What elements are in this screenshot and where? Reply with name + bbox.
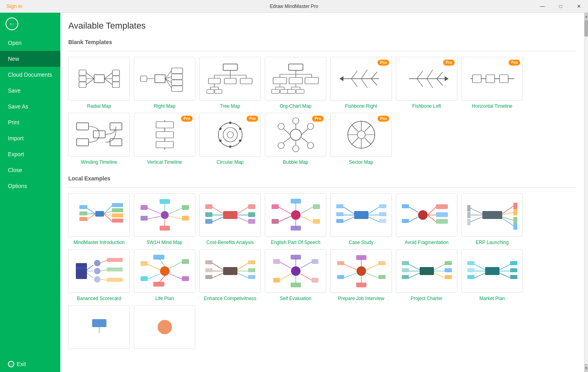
svg-rect-151 (205, 204, 212, 209)
example-marketplan[interactable]: Market Plan (461, 249, 523, 301)
app-body: ← Open New Cloud Documents Save Save As … (0, 13, 588, 372)
template-right[interactable]: Right Map (134, 57, 195, 109)
example-mindmaster[interactable]: MindMaster Introduction (68, 193, 130, 245)
svg-line-287 (434, 264, 445, 270)
pro-badge-sector: Pro (378, 116, 389, 122)
sidebar-item-saveas[interactable]: Save As (0, 99, 60, 114)
sidebar-item-open[interactable]: Open (0, 35, 60, 51)
sidebar-item-exit[interactable]: −Exit (0, 356, 60, 372)
example-projectcharter[interactable]: Project Charter (396, 249, 457, 301)
template-sector[interactable]: Pro (330, 113, 392, 165)
svg-rect-295 (467, 261, 474, 265)
svg-rect-142 (160, 199, 170, 204)
svg-line-62 (351, 71, 357, 79)
svg-line-176 (343, 207, 354, 214)
sidebar-item-print[interactable]: Print (0, 114, 60, 130)
sidebar-item-cloud[interactable]: Cloud Documents (0, 67, 60, 83)
example-english[interactable]: English Part Of Speech (265, 193, 326, 245)
example-lifeplan[interactable]: Life Plan (134, 249, 195, 301)
template-radial[interactable]: Radial Map (68, 57, 130, 109)
svg-rect-209 (513, 209, 517, 215)
svg-rect-80 (77, 123, 89, 130)
example-competitiveness[interactable]: Enhance Competivitness (199, 249, 261, 301)
svg-point-136 (161, 211, 169, 219)
template-htimeline[interactable]: Pro Horizontal Timeline (461, 57, 523, 109)
template-fishleft[interactable]: Pro Fishbone Left (396, 57, 457, 109)
svg-line-226 (100, 279, 107, 280)
svg-rect-269 (337, 261, 344, 265)
back-button[interactable]: ← (0, 13, 60, 35)
title-bar: Edraw MindMaster Pro Sign In — □ ✕ (0, 0, 588, 13)
templates-scroll[interactable]: Blank Templates (60, 35, 584, 372)
example-casestudy[interactable]: Case Study (330, 193, 392, 245)
example-costbenefit[interactable]: Cost-Benefits Analysis (199, 193, 261, 245)
scroll-down-button[interactable]: ▼ (584, 364, 588, 372)
sidebar-item-options[interactable]: Options (0, 178, 60, 194)
svg-line-126 (87, 214, 95, 219)
template-tree[interactable]: Tree Map (199, 57, 261, 109)
sidebar-item-new[interactable]: New (0, 51, 60, 67)
template-bubble[interactable]: Pro (265, 113, 326, 165)
example-erp-thumb (461, 193, 523, 237)
close-button[interactable]: ✕ (570, 0, 588, 13)
svg-rect-172 (313, 219, 320, 224)
sidebar-item-save[interactable]: Save (0, 83, 60, 99)
example-fragmentation-thumb (396, 193, 457, 237)
svg-rect-273 (378, 275, 386, 279)
minimize-button[interactable]: — (533, 0, 551, 13)
svg-rect-213 (513, 223, 517, 230)
scroll-track[interactable] (584, 21, 588, 364)
svg-rect-223 (107, 258, 123, 262)
example-erp[interactable]: ERP Launching (461, 193, 523, 245)
example-jobinterview[interactable]: Prepare Job Interview (330, 249, 392, 301)
pro-badge-bubble: Pro (312, 116, 324, 122)
svg-rect-284 (402, 268, 409, 272)
template-vtimeline[interactable]: Pro Vertical Timeline (134, 113, 195, 165)
example-scorecard[interactable]: Bananced Scorecard (68, 249, 130, 301)
example-extra2[interactable] (134, 305, 195, 349)
svg-rect-238 (153, 282, 164, 287)
blank-templates-grid: Radial Map (68, 57, 576, 165)
sidebar-item-export[interactable]: Export (0, 146, 60, 162)
example-erp-label: ERP Launching (476, 240, 509, 245)
svg-line-298 (474, 273, 485, 278)
svg-rect-301 (510, 261, 517, 265)
template-circular-label: Circular Map (216, 159, 243, 165)
scroll-up-button[interactable]: ▲ (584, 13, 588, 21)
example-fragmentation[interactable]: Avoid Fragmentation (396, 193, 457, 245)
example-selfevaluation[interactable]: Self Evaluation (265, 249, 326, 301)
svg-rect-45 (289, 78, 303, 84)
svg-line-99 (283, 129, 290, 135)
svg-line-160 (237, 217, 248, 222)
svg-rect-190 (436, 204, 448, 209)
template-fishright[interactable]: Pro (330, 57, 392, 109)
svg-line-304 (499, 273, 510, 278)
example-mindmaster-thumb (68, 193, 130, 237)
svg-point-106 (278, 142, 284, 149)
sidebar-item-import[interactable]: Import (0, 130, 60, 146)
svg-rect-240 (141, 276, 148, 281)
svg-rect-10 (112, 76, 120, 81)
template-circular[interactable]: Pro (199, 113, 261, 165)
sidebar-item-close[interactable]: Close (0, 162, 60, 178)
svg-rect-305 (510, 275, 517, 279)
svg-rect-187 (379, 219, 386, 223)
template-orgchart[interactable]: Org-Chart Map (265, 57, 326, 109)
example-5w1h[interactable]: 5W1H Mind Map (134, 193, 195, 245)
maximize-button[interactable]: □ (551, 0, 570, 13)
svg-rect-28 (208, 78, 220, 84)
svg-rect-2 (79, 70, 86, 76)
sign-in-button[interactable]: Sign In (0, 3, 29, 9)
scroll-thumb[interactable] (584, 21, 588, 37)
svg-rect-297 (467, 268, 474, 272)
scrollbar[interactable]: ▲ ▼ (584, 13, 588, 372)
example-extra1[interactable] (68, 305, 130, 349)
template-winding[interactable]: Winding Timeline (68, 113, 130, 165)
svg-rect-166 (272, 219, 279, 224)
svg-line-66 (371, 72, 377, 79)
example-jobinterview-label: Prepare Job Interview (338, 296, 384, 301)
svg-rect-214 (76, 263, 87, 279)
svg-line-71 (417, 79, 423, 87)
svg-rect-260 (312, 259, 318, 264)
svg-line-246 (212, 273, 223, 278)
